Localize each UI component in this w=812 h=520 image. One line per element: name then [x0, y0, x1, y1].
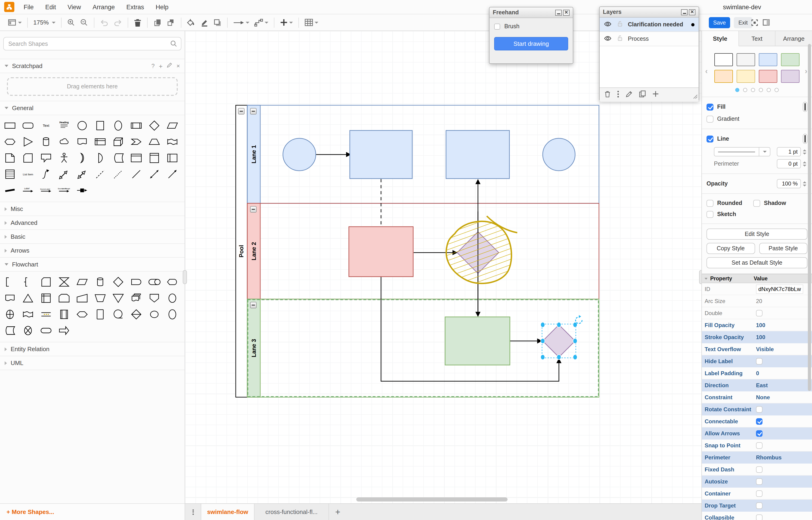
- drawio-logo-icon[interactable]: [4, 2, 14, 12]
- shape-or[interactable]: [73, 150, 91, 166]
- shape-triangle[interactable]: [19, 134, 37, 150]
- shape-callout[interactable]: [37, 150, 55, 166]
- style-preset-swatch-4[interactable]: [714, 70, 733, 83]
- layer-lock-icon[interactable]: [617, 35, 623, 43]
- shape-preparation[interactable]: [73, 306, 91, 322]
- shape-list-item[interactable]: List Item: [19, 166, 37, 182]
- gateway-2-diamond-selected[interactable]: [541, 315, 582, 360]
- section-misc[interactable]: Misc: [0, 202, 185, 216]
- zoom-in-button[interactable]: [67, 18, 76, 27]
- property-row-id[interactable]: IDdNxyNK7c78bLw: [702, 283, 812, 295]
- property-row-direction[interactable]: DirectionEast: [702, 379, 812, 391]
- menu-help[interactable]: Help: [156, 3, 169, 10]
- property-checkbox[interactable]: [756, 478, 762, 485]
- shape-off-page[interactable]: [145, 290, 163, 306]
- scratchpad-edit-icon[interactable]: [167, 62, 172, 70]
- line-checkbox[interactable]: [707, 135, 713, 142]
- shape-process[interactable]: [127, 118, 145, 134]
- property-checkbox[interactable]: [756, 466, 762, 473]
- menu-file[interactable]: File: [24, 3, 34, 10]
- shape-document-2[interactable]: [1, 290, 19, 306]
- page-tab-cross-functional[interactable]: cross-functional-fl...: [255, 504, 329, 520]
- shape-transfer[interactable]: [55, 322, 73, 339]
- resize-grip-icon[interactable]: [692, 93, 698, 101]
- scratchpad-dropzone[interactable]: Drag elements here: [7, 77, 178, 96]
- property-row-container[interactable]: Container: [702, 488, 812, 500]
- property-row-constraint[interactable]: ConstraintNone: [702, 391, 812, 404]
- tab-text[interactable]: Text: [739, 31, 776, 46]
- section-arrows[interactable]: Arrows: [0, 243, 185, 258]
- layer-visibility-eye-icon[interactable]: [604, 21, 612, 28]
- menu-extras[interactable]: Extras: [126, 3, 144, 10]
- shape-manual-operation[interactable]: [91, 290, 109, 306]
- menu-arrange[interactable]: Arrange: [93, 3, 115, 10]
- property-row-label-padding[interactable]: Label Padding0: [702, 367, 812, 379]
- menu-edit[interactable]: Edit: [45, 3, 56, 10]
- shape-delay[interactable]: [127, 274, 145, 290]
- property-row-stroke-opacity[interactable]: Stroke Opacity100: [702, 331, 812, 343]
- shape-arrow-label[interactable]: Label: [19, 182, 37, 199]
- end-event-node[interactable]: [543, 138, 575, 171]
- shape-tall-ellipse[interactable]: [109, 118, 127, 134]
- section-entity-relation[interactable]: Entity Relation: [0, 342, 185, 356]
- task-4-node-green[interactable]: [445, 317, 510, 365]
- property-row-arc-size[interactable]: Arc Size20: [702, 295, 812, 307]
- edit-layer-icon[interactable]: [626, 90, 632, 99]
- menu-view[interactable]: View: [68, 3, 81, 10]
- shape-directional-connector[interactable]: [163, 166, 181, 182]
- shape-card-2[interactable]: [37, 274, 55, 290]
- shape-connector-symbol[interactable]: [73, 182, 91, 199]
- perimeter-stepper[interactable]: [802, 159, 807, 168]
- property-row-drop-target[interactable]: Drop Target: [702, 500, 812, 512]
- task-2-node[interactable]: [446, 130, 509, 179]
- shape-bidirectional-arrow[interactable]: [55, 166, 73, 182]
- minimize-icon[interactable]: [681, 9, 687, 15]
- shape-hexagon[interactable]: [1, 134, 19, 150]
- shape-start-2[interactable]: [163, 306, 181, 322]
- property-row-perimeter[interactable]: PerimeterRhombus: [702, 451, 812, 464]
- shape-cylinder[interactable]: [37, 134, 55, 150]
- shape-list[interactable]: [1, 166, 19, 182]
- shape-or-junction[interactable]: [1, 306, 19, 322]
- shape-actor[interactable]: [55, 150, 73, 166]
- shape-parallel-mode[interactable]: [37, 306, 55, 322]
- opacity-stepper[interactable]: [802, 179, 807, 188]
- task-1-node[interactable]: [350, 130, 412, 179]
- shape-horizontal-container[interactable]: [163, 150, 181, 166]
- diagram-canvas[interactable]: Pool Lane 1 Lane 2 Lane 3: [185, 31, 701, 503]
- shape-display[interactable]: [163, 274, 181, 290]
- section-general[interactable]: General: [0, 101, 185, 115]
- shadow-checkbox[interactable]: [753, 200, 760, 207]
- start-event-node[interactable]: [283, 138, 316, 171]
- opacity-input[interactable]: 100 %: [777, 179, 801, 188]
- shadow-button[interactable]: [213, 18, 222, 27]
- section-advanced[interactable]: Advanced: [0, 215, 185, 230]
- close-icon[interactable]: ✕: [689, 9, 696, 15]
- edit-style-button[interactable]: Edit Style: [707, 229, 807, 240]
- rotate-handle-icon[interactable]: [576, 315, 582, 323]
- line-style-caret-icon[interactable]: [759, 147, 770, 156]
- line-width-stepper[interactable]: [802, 147, 807, 156]
- gradient-checkbox[interactable]: [707, 115, 713, 122]
- section-uml[interactable]: UML: [0, 356, 185, 370]
- lane-1-collapse-button[interactable]: [250, 108, 256, 114]
- shape-step[interactable]: [127, 134, 145, 150]
- brush-checkbox[interactable]: [494, 23, 500, 29]
- style-preset-swatch-6[interactable]: [759, 70, 777, 83]
- line-width-input[interactable]: 1 pt: [777, 147, 801, 156]
- close-icon[interactable]: ✕: [563, 9, 570, 16]
- shape-predefined-process[interactable]: [55, 306, 73, 322]
- shape-annotation-left[interactable]: [1, 274, 19, 290]
- to-back-button[interactable]: [167, 18, 176, 27]
- connection-style-dropdown[interactable]: [233, 20, 250, 25]
- shape-dashed-line[interactable]: [91, 166, 109, 182]
- presets-prev-icon[interactable]: ‹: [705, 67, 708, 76]
- shape-textbox[interactable]: Heading: [55, 118, 73, 134]
- set-default-style-button[interactable]: Set as Default Style: [707, 257, 807, 268]
- line-color-button[interactable]: [201, 18, 209, 27]
- property-row-hide-label[interactable]: Hide Label: [702, 355, 812, 367]
- shape-search-box[interactable]: [3, 37, 181, 50]
- property-row-snap-to-point[interactable]: Snap to Point: [702, 440, 812, 451]
- tab-style[interactable]: Style: [702, 31, 739, 46]
- property-checkbox[interactable]: [756, 490, 762, 497]
